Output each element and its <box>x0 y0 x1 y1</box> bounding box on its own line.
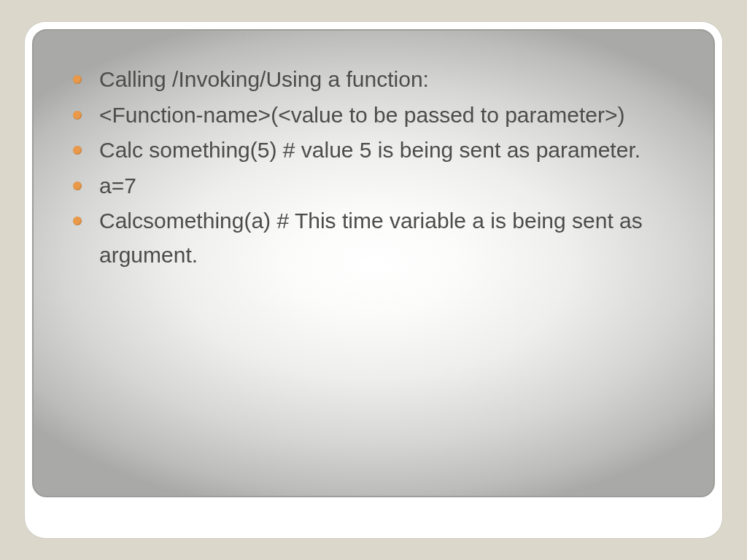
slide-card: Calling /Invoking/Using a function: <Fun… <box>25 22 722 538</box>
bullet-item: <Function-name>(<value to be passed to p… <box>77 98 681 133</box>
bullet-item: Calling /Invoking/Using a function: <box>77 63 681 97</box>
bullet-item: Calcsomething(a) # This time variable a … <box>77 204 681 272</box>
slide-content-area: Calling /Invoking/Using a function: <Fun… <box>32 29 715 497</box>
bullet-list: Calling /Invoking/Using a function: <Fun… <box>77 63 681 272</box>
bullet-item: a=7 <box>77 169 681 203</box>
bullet-item: Calc something(5) # value 5 is being sen… <box>77 133 681 168</box>
